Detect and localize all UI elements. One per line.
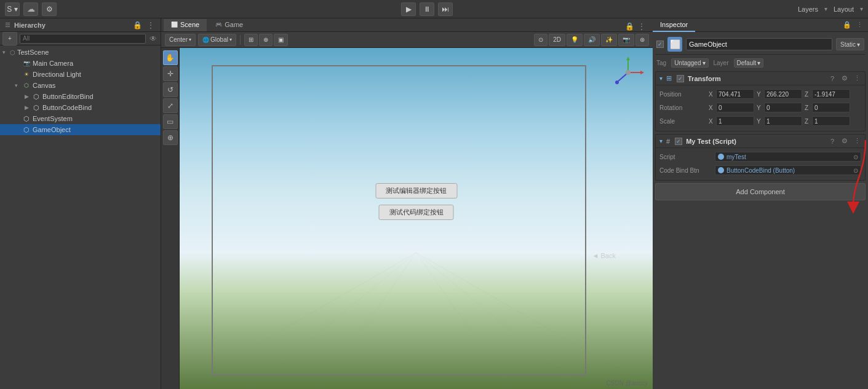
- hierarchy-scene-root[interactable]: ▾ ⬡ TestScene: [0, 47, 161, 58]
- play-button[interactable]: ▶: [401, 2, 416, 16]
- hierarchy-menu-button[interactable]: ⋮: [146, 20, 156, 30]
- tag-dropdown[interactable]: Untagged ▾: [671, 58, 708, 68]
- transform-menu-btn[interactable]: ⋮: [853, 74, 861, 83]
- gizmos-btn[interactable]: ⊛: [635, 34, 649, 46]
- tool-rotate[interactable]: ↺: [163, 82, 178, 97]
- code-bind-value-field: ButtonCodeBind (Button) ⊙: [715, 165, 861, 175]
- code-bind-target-icon[interactable]: ⊙: [853, 167, 858, 174]
- script-enable-checkbox[interactable]: [675, 138, 682, 145]
- script-value-text: myTest: [727, 154, 746, 160]
- global-button[interactable]: 🌐 Global: [198, 34, 236, 46]
- center-button[interactable]: Center: [165, 34, 196, 46]
- snap-btn[interactable]: ▣: [274, 34, 288, 46]
- scale-x-input[interactable]: [716, 116, 754, 126]
- transform-help-btn[interactable]: ?: [828, 74, 837, 83]
- static-button[interactable]: Static ▾: [836, 38, 864, 50]
- script-component-body: Script myTest ⊙ Code Bind Btn ButtonCode…: [656, 148, 865, 180]
- script-field-label: Script: [659, 154, 715, 160]
- transform-settings-btn[interactable]: ⚙: [840, 74, 849, 83]
- hierarchy-item-btn-editor[interactable]: ▶ ⬡ ButtonEditorBind: [0, 91, 161, 102]
- account-button[interactable]: S ▾: [5, 2, 20, 16]
- hierarchy-add-button[interactable]: +: [2, 32, 17, 45]
- tool-hand[interactable]: ✋: [163, 50, 178, 65]
- svg-point-15: [615, 81, 619, 84]
- gameobj-name-input[interactable]: [686, 38, 832, 50]
- rot-y-input[interactable]: [764, 103, 802, 112]
- tag-arrow: ▾: [703, 60, 706, 66]
- tool-transform[interactable]: ⊕: [163, 130, 178, 145]
- rotation-label: Rotation: [659, 104, 709, 111]
- script-help-btn[interactable]: ?: [828, 137, 837, 146]
- layer-dropdown[interactable]: Default ▾: [734, 58, 764, 68]
- svg-marker-13: [640, 71, 644, 74]
- rot-z-input[interactable]: [812, 103, 850, 112]
- scene-lock-button[interactable]: 🔒: [624, 22, 634, 31]
- back-button[interactable]: ◄ Back: [592, 252, 616, 259]
- inspector-menu-button[interactable]: ⋮: [854, 20, 864, 30]
- scale-y-input[interactable]: [764, 116, 802, 126]
- hierarchy-item-dir-light[interactable]: ☀ Directional Light: [0, 69, 161, 80]
- canvas-label: Canvas: [33, 82, 55, 89]
- gameobj-active-checkbox[interactable]: [656, 41, 664, 48]
- pause-button[interactable]: ⏸: [420, 2, 434, 16]
- tool-rect[interactable]: ▭: [163, 114, 178, 129]
- light-btn[interactable]: 💡: [567, 34, 583, 46]
- hierarchy-item-btn-code[interactable]: ▶ ⬡ ButtonCodeBind: [0, 102, 161, 113]
- rot-x-input[interactable]: [716, 103, 754, 112]
- hierarchy-search-input[interactable]: [20, 34, 146, 44]
- editor-bind-button[interactable]: 测试编辑器绑定按钮: [375, 183, 457, 198]
- gameobj-cube-icon: ⬜: [667, 37, 682, 52]
- script-settings-btn[interactable]: ⚙: [840, 137, 849, 146]
- svg-point-16: [626, 70, 631, 75]
- transform-enable-checkbox[interactable]: [677, 75, 684, 82]
- scale-z-input[interactable]: [812, 116, 850, 126]
- tool-scale[interactable]: ⤢: [163, 98, 178, 113]
- pos-y-axis: Y: [757, 91, 763, 98]
- hierarchy-item-main-camera[interactable]: 📷 Main Camera: [0, 58, 161, 69]
- code-bind-value-text: ButtonCodeBind (Button): [727, 167, 795, 174]
- script-target-icon[interactable]: ⊙: [853, 154, 858, 160]
- light-icon: ☀: [22, 70, 31, 79]
- pos-x-axis: X: [709, 91, 715, 98]
- tab-game[interactable]: 🎮 Game: [208, 19, 250, 31]
- camera-btn[interactable]: 📷: [618, 34, 634, 46]
- hierarchy-item-gameobject[interactable]: ⬡ GameObject: [0, 124, 161, 135]
- pivot-btn[interactable]: ⊕: [259, 34, 273, 46]
- tab-game-label: Game: [225, 21, 243, 28]
- code-bind-circle-icon: [718, 167, 724, 173]
- inspector-tab[interactable]: Inspector: [653, 18, 695, 32]
- tab-scene[interactable]: ⬜ Scene: [164, 19, 207, 31]
- pos-z-input[interactable]: [812, 89, 850, 99]
- gizmo-svg: [610, 54, 647, 91]
- ground-grid: [180, 253, 653, 389]
- script-component-header[interactable]: ▾ # My Test (Script) ? ⚙ ⋮: [656, 135, 865, 148]
- inspector-lock-button[interactable]: 🔒: [842, 20, 852, 30]
- btn-editor-icon: ⬡: [32, 92, 41, 101]
- add-component-button[interactable]: Add Component: [655, 183, 866, 200]
- settings-button[interactable]: ⚙: [42, 2, 57, 16]
- audio-btn[interactable]: 🔊: [584, 34, 600, 46]
- 2d-btn[interactable]: 2D: [549, 34, 565, 46]
- scene-menu-button[interactable]: ⋮: [637, 22, 647, 31]
- cloud-button[interactable]: ☁: [23, 2, 38, 16]
- effects-btn[interactable]: ✨: [601, 34, 617, 46]
- rot-z-axis: Z: [805, 104, 811, 111]
- tool-move[interactable]: ✛: [163, 66, 178, 81]
- transform-header[interactable]: ▾ ⊞ Transform ? ⚙ ⋮: [656, 72, 865, 85]
- persp-btn[interactable]: ⊙: [534, 34, 547, 46]
- pos-x-input[interactable]: [716, 89, 754, 99]
- step-button[interactable]: ⏭: [438, 2, 453, 16]
- hierarchy-lock-button[interactable]: 🔒: [132, 20, 142, 30]
- pos-y-input[interactable]: [764, 89, 802, 99]
- inspector-panel-icons: 🔒 ⋮: [842, 20, 868, 30]
- position-xyz: X Y Z: [709, 89, 861, 99]
- hierarchy-item-eventsys[interactable]: ⬡ EventSystem: [0, 113, 161, 124]
- layers-label: Layers: [798, 6, 818, 13]
- hierarchy-eye-button[interactable]: 👁: [148, 34, 158, 44]
- script-menu-btn[interactable]: ⋮: [853, 137, 861, 146]
- rot-x-axis: X: [709, 104, 715, 111]
- grid-btn[interactable]: ⊞: [244, 34, 258, 46]
- svg-line-4: [416, 253, 582, 389]
- code-bind-button[interactable]: 测试代码绑定按钮: [379, 205, 454, 220]
- hierarchy-item-canvas[interactable]: ▾ ⬡ Canvas: [0, 80, 161, 91]
